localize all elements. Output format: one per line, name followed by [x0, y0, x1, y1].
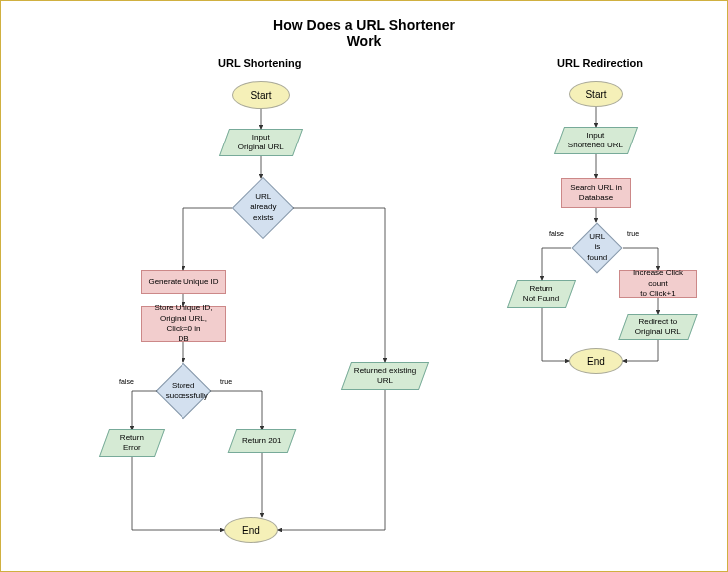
right-decision-found: URL is found — [572, 223, 623, 274]
right-end: End — [569, 348, 623, 374]
diagram-title: How Does a URL Shortener Work — [1, 17, 727, 49]
left-return-existing: Returned existing URL — [341, 362, 429, 390]
left-start: Start — [232, 81, 290, 109]
left-generate-id: Generate Unique ID — [141, 270, 226, 294]
left-store: Store Unique ID, Original URL, Click=0 i… — [141, 306, 226, 342]
left-end: End — [224, 517, 278, 543]
right-input: Input Shortened URL — [554, 127, 638, 154]
edge-false-1: false — [119, 378, 134, 385]
left-heading: URL Shortening — [218, 57, 302, 69]
right-search: Search URL in Database — [561, 178, 631, 208]
left-decision-exists: URL already exists — [232, 177, 294, 239]
left-input: Input Original URL — [219, 129, 303, 156]
edge-false-2: false — [549, 230, 564, 237]
edge-true-1: true — [220, 378, 232, 385]
left-decision-stored: Stored successfully — [156, 363, 212, 420]
left-return-201: Return 201 — [228, 429, 297, 453]
right-heading: URL Redirection — [557, 57, 643, 69]
right-redirect: Redirect to Original URL — [618, 314, 697, 340]
edge-true-2: true — [627, 230, 639, 237]
right-start: Start — [569, 81, 623, 107]
right-return-notfound: Return Not Found — [507, 280, 576, 308]
right-increase-click: Increase Click count to Click+1 — [619, 270, 697, 298]
flowchart-page: How Does a URL Shortener Work URL Shorte… — [0, 0, 728, 572]
left-return-error: Return Error — [99, 429, 165, 457]
